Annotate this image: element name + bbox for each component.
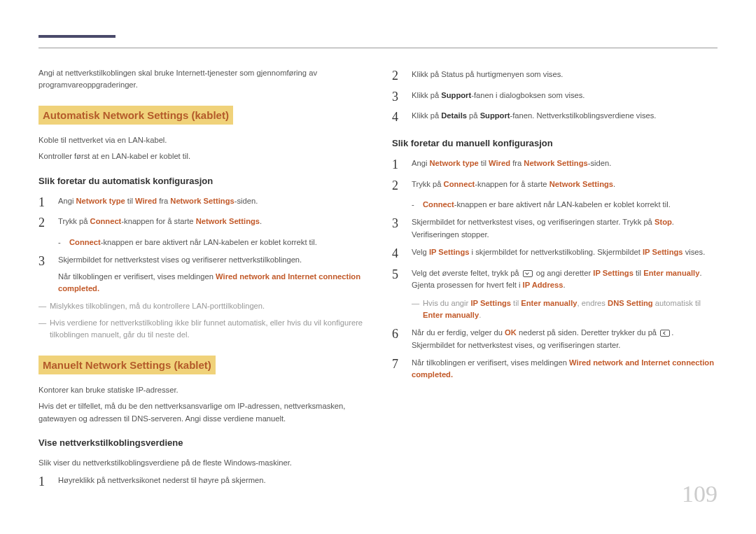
step-1: 1 Angi Network type til Wired fra Networ… xyxy=(38,195,364,211)
step-number: 3 xyxy=(38,254,58,295)
step-number: 6 xyxy=(392,327,412,351)
step-number: 3 xyxy=(392,216,412,241)
note: ― Hvis verdiene for nettverkstilkobling … xyxy=(38,317,364,342)
step-3: 3 Klikk på Support-fanen i dialogboksen … xyxy=(392,90,718,105)
section-marker xyxy=(38,35,115,38)
note-text: Hvis du angir IP Settings til Enter manu… xyxy=(423,297,718,322)
para: Kontorer kan bruke statiske IP-adresser. xyxy=(38,384,364,396)
step-number: 2 xyxy=(392,69,412,84)
step-4: 4 Klikk på Details på Support-fanen. Net… xyxy=(392,110,718,125)
step-number: 7 xyxy=(392,357,412,381)
step-number: 1 xyxy=(392,157,412,173)
step-number: 4 xyxy=(392,246,412,262)
top-rule xyxy=(38,48,718,48)
left-column: Angi at nettverkstilkoblingen skal bruke… xyxy=(38,63,364,496)
step-1: 1 Angi Network type til Wired fra Networ… xyxy=(392,157,718,173)
step-text: Høyreklikk på nettverksikonet nederst ti… xyxy=(58,475,364,490)
step-text: Trykk på Connect-knappen for å starte Ne… xyxy=(412,178,718,194)
intro-text: Angi at nettverkstilkoblingen skal bruke… xyxy=(38,67,364,92)
step-text: Klikk på Support-fanen i dialogboksen so… xyxy=(412,90,718,105)
return-icon xyxy=(660,330,670,337)
step-text: Skjermbildet for nettverkstest vises og … xyxy=(58,254,364,295)
heading-auto-network: Automatisk Network Settings (kablet) xyxy=(38,106,233,125)
dash-icon: - xyxy=(58,237,69,248)
step-text: Velg det øverste feltet, trykk på og ang… xyxy=(412,267,718,292)
step-6: 6 Når du er ferdig, velger du OK nederst… xyxy=(392,327,718,351)
page-columns: Angi at nettverkstilkoblingen skal bruke… xyxy=(38,42,718,496)
step-text: Klikk på Details på Support-fanen. Nettv… xyxy=(412,110,718,125)
subheading-manual-config: Slik foretar du manuell konfigurasjon xyxy=(392,136,718,150)
note: ― Mislykkes tilkoblingen, må du kontroll… xyxy=(38,300,364,312)
step-1: 1 Høyreklikk på nettverksikonet nederst … xyxy=(38,475,364,490)
para: Hvis det er tilfellet, må du be den nett… xyxy=(38,400,364,425)
step-text: Trykk på Connect-knappen for å starte Ne… xyxy=(58,216,364,231)
step-number: 2 xyxy=(38,216,58,231)
dash-icon: ― xyxy=(38,317,50,342)
dash-icon: ― xyxy=(412,297,423,322)
step-number: 1 xyxy=(38,195,58,211)
step-text: Skjermbildet for nettverkstest vises, og… xyxy=(412,216,718,241)
step-3: 3 Skjermbildet for nettverkstest vises, … xyxy=(392,216,718,241)
heading-manual-network: Manuelt Network Settings (kablet) xyxy=(38,356,216,374)
sub-bullet: - Connect-knappen er bare aktivert når L… xyxy=(58,237,364,248)
note-text: Hvis verdiene for nettverkstilkobling ik… xyxy=(50,317,364,342)
right-column: 2 Klikk på Status på hurtigmenyen som vi… xyxy=(392,63,718,496)
step-number: 3 xyxy=(392,90,412,105)
step-4: 4 Velg IP Settings i skjermbildet for ne… xyxy=(392,246,718,262)
dash-icon: - xyxy=(412,199,423,211)
step-5: 5 Velg det øverste feltet, trykk på og a… xyxy=(392,267,718,292)
step-7: 7 Når tilkoblingen er verifisert, vises … xyxy=(392,357,718,381)
step-2: 2 Klikk på Status på hurtigmenyen som vi… xyxy=(392,69,718,84)
para: Slik viser du nettverkstilkoblingsverdie… xyxy=(38,457,364,469)
step-3: 3 Skjermbildet for nettverkstest vises o… xyxy=(38,254,364,295)
bullet-text: Connect-knappen er bare aktivert når LAN… xyxy=(423,199,718,211)
note-text: Mislykkes tilkoblingen, må du kontroller… xyxy=(50,300,364,312)
step-text: Klikk på Status på hurtigmenyen som vise… xyxy=(412,69,718,84)
step-number: 2 xyxy=(392,178,412,194)
subheading-view-values: Vise nettverkstilkoblingsverdiene xyxy=(38,436,364,450)
step-number: 4 xyxy=(392,110,412,125)
step-text: Angi Network type til Wired fra Network … xyxy=(412,157,718,173)
subheading-auto-config: Slik foretar du automatisk konfigurasjon xyxy=(38,174,364,188)
para: Kontroller først at en LAN-kabel er kobl… xyxy=(38,150,364,162)
step-text: Når du er ferdig, velger du OK nederst p… xyxy=(412,327,718,351)
step-2: 2 Trykk på Connect-knappen for å starte … xyxy=(392,178,718,194)
step-2: 2 Trykk på Connect-knappen for å starte … xyxy=(38,216,364,231)
step-text: Når tilkoblingen er verifisert, vises me… xyxy=(412,357,718,381)
sub-bullet: - Connect-knappen er bare aktivert når L… xyxy=(412,199,718,211)
enter-icon xyxy=(523,270,533,277)
step-number: 5 xyxy=(392,267,412,292)
note: ― Hvis du angir IP Settings til Enter ma… xyxy=(412,297,718,322)
dash-icon: ― xyxy=(38,300,50,312)
step-text: Velg IP Settings i skjermbildet for nett… xyxy=(412,246,718,262)
page-number: 109 xyxy=(682,476,718,513)
step-text: Angi Network type til Wired fra Network … xyxy=(58,195,364,211)
bullet-text: Connect-knappen er bare aktivert når LAN… xyxy=(69,237,364,248)
step-number: 1 xyxy=(38,475,58,490)
para: Koble til nettverket via en LAN-kabel. xyxy=(38,134,364,146)
